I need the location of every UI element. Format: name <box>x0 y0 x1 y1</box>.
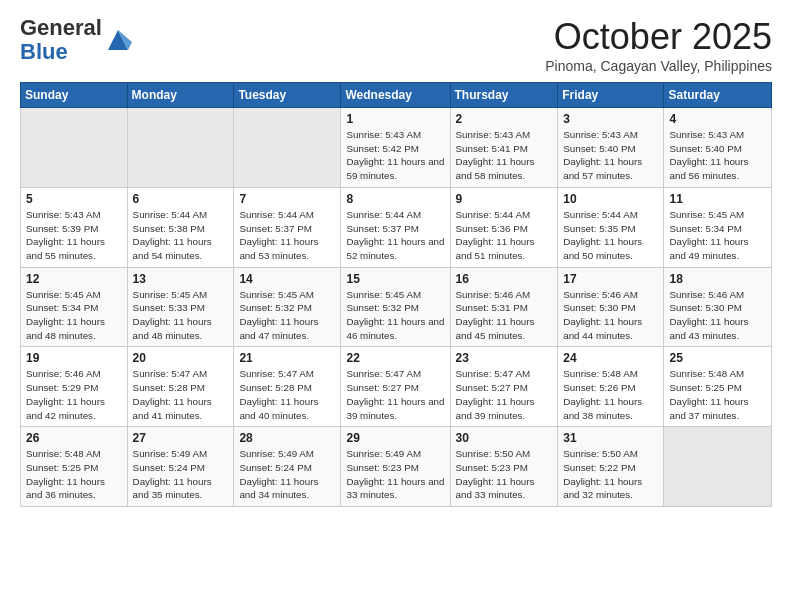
day-number: 21 <box>239 351 335 365</box>
day-number: 4 <box>669 112 766 126</box>
day-detail: Sunrise: 5:45 AM Sunset: 5:33 PM Dayligh… <box>133 288 229 343</box>
day-detail: Sunrise: 5:46 AM Sunset: 5:30 PM Dayligh… <box>563 288 658 343</box>
day-number: 6 <box>133 192 229 206</box>
calendar-week-0: 1Sunrise: 5:43 AM Sunset: 5:42 PM Daylig… <box>21 108 772 188</box>
calendar-header-thursday: Thursday <box>450 83 558 108</box>
day-detail: Sunrise: 5:43 AM Sunset: 5:41 PM Dayligh… <box>456 128 553 183</box>
day-number: 7 <box>239 192 335 206</box>
day-detail: Sunrise: 5:47 AM Sunset: 5:27 PM Dayligh… <box>346 367 444 422</box>
calendar-cell: 30Sunrise: 5:50 AM Sunset: 5:23 PM Dayli… <box>450 427 558 507</box>
calendar-table: SundayMondayTuesdayWednesdayThursdayFrid… <box>20 82 772 507</box>
day-number: 30 <box>456 431 553 445</box>
day-number: 28 <box>239 431 335 445</box>
calendar-cell: 25Sunrise: 5:48 AM Sunset: 5:25 PM Dayli… <box>664 347 772 427</box>
calendar-cell: 1Sunrise: 5:43 AM Sunset: 5:42 PM Daylig… <box>341 108 450 188</box>
calendar-cell: 20Sunrise: 5:47 AM Sunset: 5:28 PM Dayli… <box>127 347 234 427</box>
calendar-cell: 12Sunrise: 5:45 AM Sunset: 5:34 PM Dayli… <box>21 267 128 347</box>
day-detail: Sunrise: 5:44 AM Sunset: 5:38 PM Dayligh… <box>133 208 229 263</box>
day-number: 27 <box>133 431 229 445</box>
day-detail: Sunrise: 5:44 AM Sunset: 5:37 PM Dayligh… <box>239 208 335 263</box>
day-number: 26 <box>26 431 122 445</box>
calendar-cell <box>664 427 772 507</box>
day-detail: Sunrise: 5:48 AM Sunset: 5:25 PM Dayligh… <box>26 447 122 502</box>
day-detail: Sunrise: 5:50 AM Sunset: 5:23 PM Dayligh… <box>456 447 553 502</box>
logo: General Blue <box>20 16 132 64</box>
logo-general: General <box>20 15 102 40</box>
day-detail: Sunrise: 5:45 AM Sunset: 5:32 PM Dayligh… <box>346 288 444 343</box>
day-detail: Sunrise: 5:49 AM Sunset: 5:24 PM Dayligh… <box>133 447 229 502</box>
calendar-cell: 15Sunrise: 5:45 AM Sunset: 5:32 PM Dayli… <box>341 267 450 347</box>
day-detail: Sunrise: 5:43 AM Sunset: 5:40 PM Dayligh… <box>669 128 766 183</box>
day-number: 25 <box>669 351 766 365</box>
calendar-cell: 23Sunrise: 5:47 AM Sunset: 5:27 PM Dayli… <box>450 347 558 427</box>
day-detail: Sunrise: 5:48 AM Sunset: 5:25 PM Dayligh… <box>669 367 766 422</box>
day-detail: Sunrise: 5:48 AM Sunset: 5:26 PM Dayligh… <box>563 367 658 422</box>
day-detail: Sunrise: 5:43 AM Sunset: 5:40 PM Dayligh… <box>563 128 658 183</box>
day-number: 12 <box>26 272 122 286</box>
day-number: 3 <box>563 112 658 126</box>
calendar-cell <box>127 108 234 188</box>
calendar-header-row: SundayMondayTuesdayWednesdayThursdayFrid… <box>21 83 772 108</box>
calendar-cell: 10Sunrise: 5:44 AM Sunset: 5:35 PM Dayli… <box>558 187 664 267</box>
logo-icon <box>104 26 132 54</box>
day-number: 15 <box>346 272 444 286</box>
calendar-cell: 7Sunrise: 5:44 AM Sunset: 5:37 PM Daylig… <box>234 187 341 267</box>
calendar-week-1: 5Sunrise: 5:43 AM Sunset: 5:39 PM Daylig… <box>21 187 772 267</box>
day-detail: Sunrise: 5:46 AM Sunset: 5:30 PM Dayligh… <box>669 288 766 343</box>
day-number: 10 <box>563 192 658 206</box>
day-number: 2 <box>456 112 553 126</box>
day-number: 17 <box>563 272 658 286</box>
location: Pinoma, Cagayan Valley, Philippines <box>545 58 772 74</box>
day-number: 16 <box>456 272 553 286</box>
calendar-cell: 2Sunrise: 5:43 AM Sunset: 5:41 PM Daylig… <box>450 108 558 188</box>
day-number: 8 <box>346 192 444 206</box>
calendar-cell: 26Sunrise: 5:48 AM Sunset: 5:25 PM Dayli… <box>21 427 128 507</box>
day-detail: Sunrise: 5:43 AM Sunset: 5:39 PM Dayligh… <box>26 208 122 263</box>
calendar-cell: 4Sunrise: 5:43 AM Sunset: 5:40 PM Daylig… <box>664 108 772 188</box>
day-number: 19 <box>26 351 122 365</box>
day-number: 5 <box>26 192 122 206</box>
calendar-cell: 13Sunrise: 5:45 AM Sunset: 5:33 PM Dayli… <box>127 267 234 347</box>
calendar-cell <box>21 108 128 188</box>
calendar-header-sunday: Sunday <box>21 83 128 108</box>
calendar-week-3: 19Sunrise: 5:46 AM Sunset: 5:29 PM Dayli… <box>21 347 772 427</box>
calendar-cell: 8Sunrise: 5:44 AM Sunset: 5:37 PM Daylig… <box>341 187 450 267</box>
day-detail: Sunrise: 5:45 AM Sunset: 5:34 PM Dayligh… <box>26 288 122 343</box>
calendar-header-friday: Friday <box>558 83 664 108</box>
day-number: 18 <box>669 272 766 286</box>
calendar-cell: 16Sunrise: 5:46 AM Sunset: 5:31 PM Dayli… <box>450 267 558 347</box>
day-number: 20 <box>133 351 229 365</box>
day-number: 22 <box>346 351 444 365</box>
calendar-cell: 17Sunrise: 5:46 AM Sunset: 5:30 PM Dayli… <box>558 267 664 347</box>
calendar-cell: 19Sunrise: 5:46 AM Sunset: 5:29 PM Dayli… <box>21 347 128 427</box>
day-detail: Sunrise: 5:46 AM Sunset: 5:29 PM Dayligh… <box>26 367 122 422</box>
day-number: 13 <box>133 272 229 286</box>
calendar-cell: 21Sunrise: 5:47 AM Sunset: 5:28 PM Dayli… <box>234 347 341 427</box>
logo-text: General Blue <box>20 16 132 64</box>
day-detail: Sunrise: 5:49 AM Sunset: 5:23 PM Dayligh… <box>346 447 444 502</box>
day-detail: Sunrise: 5:43 AM Sunset: 5:42 PM Dayligh… <box>346 128 444 183</box>
day-number: 11 <box>669 192 766 206</box>
calendar-cell: 29Sunrise: 5:49 AM Sunset: 5:23 PM Dayli… <box>341 427 450 507</box>
calendar-week-2: 12Sunrise: 5:45 AM Sunset: 5:34 PM Dayli… <box>21 267 772 347</box>
day-detail: Sunrise: 5:46 AM Sunset: 5:31 PM Dayligh… <box>456 288 553 343</box>
calendar-cell: 24Sunrise: 5:48 AM Sunset: 5:26 PM Dayli… <box>558 347 664 427</box>
day-detail: Sunrise: 5:44 AM Sunset: 5:37 PM Dayligh… <box>346 208 444 263</box>
month-title: October 2025 <box>545 16 772 58</box>
day-detail: Sunrise: 5:47 AM Sunset: 5:27 PM Dayligh… <box>456 367 553 422</box>
logo-blue: Blue <box>20 39 68 64</box>
day-detail: Sunrise: 5:49 AM Sunset: 5:24 PM Dayligh… <box>239 447 335 502</box>
calendar-cell: 6Sunrise: 5:44 AM Sunset: 5:38 PM Daylig… <box>127 187 234 267</box>
calendar-cell: 11Sunrise: 5:45 AM Sunset: 5:34 PM Dayli… <box>664 187 772 267</box>
day-detail: Sunrise: 5:45 AM Sunset: 5:34 PM Dayligh… <box>669 208 766 263</box>
day-detail: Sunrise: 5:47 AM Sunset: 5:28 PM Dayligh… <box>239 367 335 422</box>
calendar-header-monday: Monday <box>127 83 234 108</box>
calendar-cell: 5Sunrise: 5:43 AM Sunset: 5:39 PM Daylig… <box>21 187 128 267</box>
day-number: 9 <box>456 192 553 206</box>
calendar-cell <box>234 108 341 188</box>
day-detail: Sunrise: 5:45 AM Sunset: 5:32 PM Dayligh… <box>239 288 335 343</box>
calendar-header-tuesday: Tuesday <box>234 83 341 108</box>
day-detail: Sunrise: 5:44 AM Sunset: 5:36 PM Dayligh… <box>456 208 553 263</box>
calendar-cell: 28Sunrise: 5:49 AM Sunset: 5:24 PM Dayli… <box>234 427 341 507</box>
day-number: 29 <box>346 431 444 445</box>
